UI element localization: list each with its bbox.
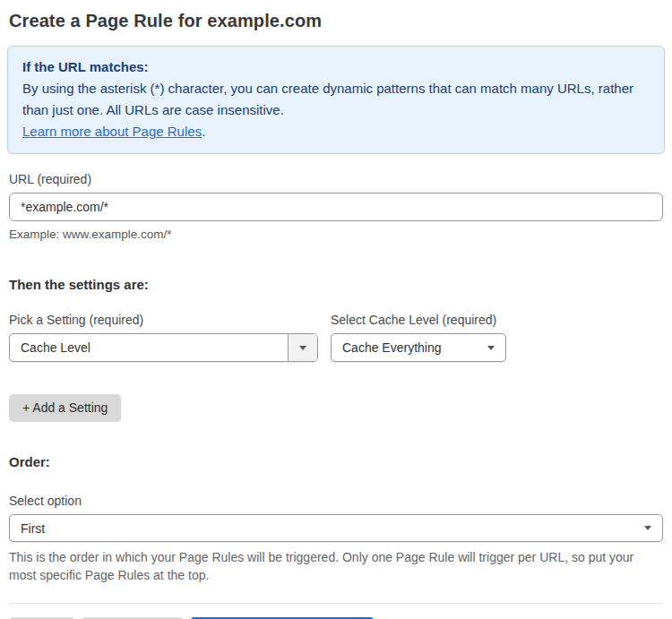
url-match-info-box: If the URL matches: By using the asteris… — [7, 46, 665, 154]
link-suffix: . — [202, 124, 205, 139]
info-box-heading: If the URL matches: — [22, 56, 650, 78]
learn-more-link[interactable]: Learn more about Page Rules — [22, 124, 202, 139]
chevron-down-icon — [487, 346, 495, 350]
url-field-label: URL (required) — [9, 172, 663, 186]
setting-select-value: Cache Level — [10, 340, 288, 355]
cache-level-select-label: Select Cache Level (required) — [331, 313, 506, 327]
setting-select[interactable]: Cache Level — [9, 333, 318, 362]
setting-column: Pick a Setting (required) Cache Level — [9, 313, 318, 362]
info-box-link-line: Learn more about Page Rules. — [22, 121, 650, 142]
order-select[interactable]: First — [9, 514, 663, 542]
cache-level-select-value: Cache Everything — [332, 340, 487, 355]
setting-select-arrow-segment[interactable] — [288, 334, 317, 361]
url-example-text: Example: www.example.com/* — [9, 228, 663, 241]
add-setting-button[interactable]: + Add a Setting — [9, 394, 121, 422]
cache-level-column: Select Cache Level (required) Cache Ever… — [331, 313, 506, 362]
order-help-text: This is the order in which your Page Rul… — [9, 548, 658, 585]
url-input[interactable] — [9, 193, 663, 221]
order-select-label: Select option — [9, 494, 663, 508]
cache-level-select[interactable]: Cache Everything — [331, 333, 506, 362]
chevron-down-icon — [299, 346, 306, 350]
info-box-body: By using the asterisk (*) character, you… — [22, 78, 650, 121]
settings-section-heading: Then the settings are: — [9, 277, 663, 292]
page-rule-form: Create a Page Rule for example.com If th… — [0, 0, 672, 619]
order-section-heading: Order: — [9, 454, 663, 469]
actions-divider — [9, 603, 663, 604]
settings-selects-row: Pick a Setting (required) Cache Level Se… — [9, 313, 663, 362]
setting-select-label: Pick a Setting (required) — [9, 313, 318, 327]
chevron-down-icon — [644, 526, 651, 530]
page-title: Create a Page Rule for example.com — [9, 11, 663, 31]
order-select-value: First — [10, 521, 644, 536]
